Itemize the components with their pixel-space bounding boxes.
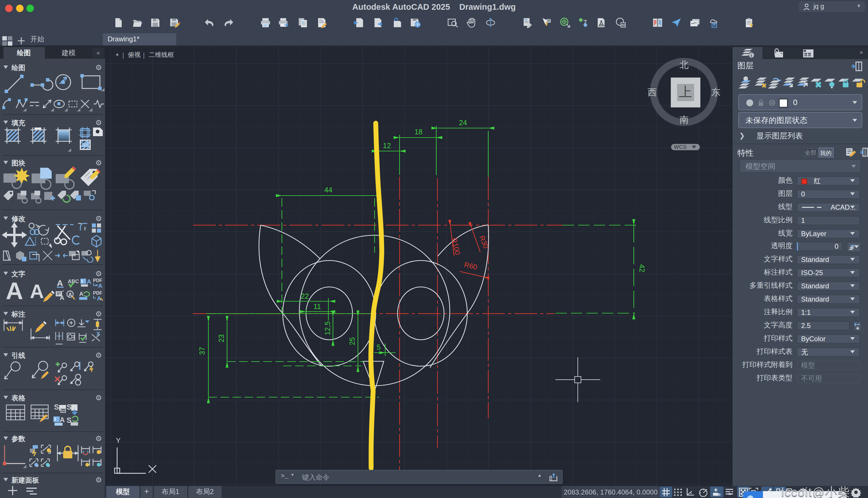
svg-text:俯视: 俯视	[128, 51, 141, 58]
svg-text:S: S	[54, 403, 59, 411]
svg-text:44: 44	[324, 186, 333, 194]
svg-text:上: 上	[679, 85, 692, 100]
svg-text:Y: Y	[116, 436, 121, 444]
svg-text:12: 12	[383, 142, 391, 149]
svg-text:WCS: WCS	[674, 144, 687, 150]
svg-text:S: S	[67, 403, 71, 411]
svg-text:A: A	[98, 283, 102, 289]
svg-text:A: A	[68, 292, 72, 298]
svg-text:二维线框: 二维线框	[149, 51, 174, 58]
svg-text:|: |	[143, 51, 145, 59]
svg-text:PDF: PDF	[93, 278, 102, 283]
svg-text:北: 北	[679, 60, 689, 70]
svg-text:24: 24	[459, 119, 467, 127]
svg-text:A: A	[87, 278, 91, 285]
svg-text:A: A	[6, 277, 23, 304]
svg-text:西: 西	[648, 87, 657, 97]
svg-text:A: A	[79, 291, 83, 297]
svg-text:.1: .1	[72, 335, 76, 340]
svg-text:37: 37	[198, 347, 206, 355]
svg-text:42: 42	[638, 264, 646, 272]
svg-text:18: 18	[415, 128, 422, 136]
svg-text:22: 22	[301, 292, 309, 300]
svg-text:25: 25	[348, 337, 356, 345]
svg-text:X: X	[96, 331, 100, 337]
svg-text:A: A	[60, 294, 64, 301]
svg-text:南: 南	[679, 115, 689, 125]
svg-text:12,5: 12,5	[324, 322, 331, 336]
svg-text:PDF: PDF	[93, 291, 102, 296]
svg-text:23: 23	[217, 334, 225, 342]
svg-text:+: +	[116, 51, 119, 58]
svg-text:11: 11	[313, 302, 321, 311]
svg-text:5: 5	[377, 343, 381, 351]
svg-text:|: |	[122, 51, 124, 59]
svg-text:i: i	[750, 53, 751, 58]
svg-text:东: 东	[711, 87, 720, 97]
svg-text:A: A	[30, 280, 44, 302]
svg-text:A: A	[57, 278, 63, 288]
svg-text:A: A	[60, 416, 65, 424]
